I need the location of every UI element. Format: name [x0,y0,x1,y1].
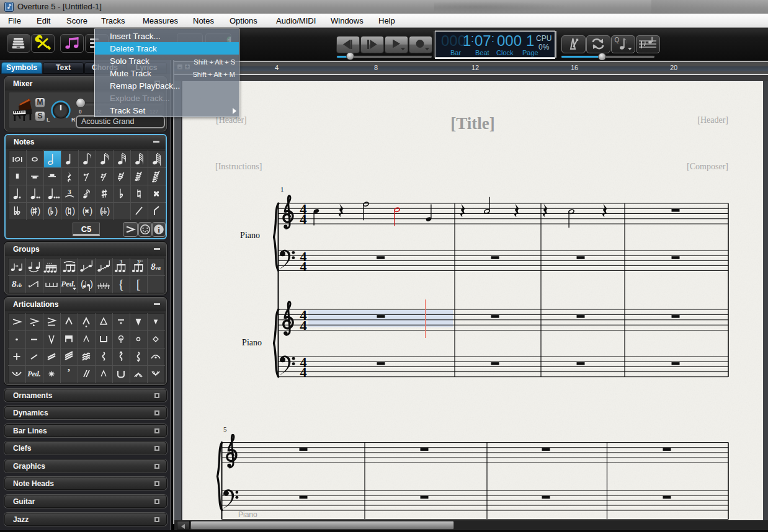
svg-text:(: ( [83,206,86,216]
svg-text:i: i [158,225,160,234]
svg-text:Piano: Piano [242,338,262,347]
svg-text:Q: Q [615,37,620,43]
svg-text:{: { [118,277,124,291]
svg-text:’: ’ [67,367,70,378]
svg-text:(: ( [48,206,51,216]
svg-text:3: 3 [120,259,123,265]
svg-text:): ) [37,206,40,216]
svg-text:4: 4 [300,365,306,380]
svg-text:(: ( [65,206,68,216]
svg-text:8vb: 8vb [12,279,22,289]
svg-text:Ped.: Ped. [61,279,75,288]
svg-text:4: 4 [300,259,307,274]
svg-text:3: 3 [137,259,140,265]
svg-text:(: ( [100,206,103,216]
svg-text:): ) [55,206,58,216]
svg-text:1: 1 [280,185,284,193]
svg-text:Piano: Piano [240,231,260,240]
svg-text:): ) [107,206,110,216]
svg-text:Piano: Piano [238,510,257,519]
svg-text:[: [ [136,277,141,291]
svg-text:): ) [72,206,75,216]
svg-text:5: 5 [223,425,227,433]
svg-text:(: ( [81,278,84,289]
svg-text:(: ( [30,206,33,216]
svg-text:4: 4 [300,317,307,334]
svg-text:): ) [90,278,93,289]
svg-text:8va: 8va [151,262,161,272]
svg-text:): ) [89,206,92,216]
svg-text:3: 3 [68,188,71,195]
svg-text:Ped.: Ped. [27,370,41,378]
svg-text:4: 4 [300,211,306,227]
